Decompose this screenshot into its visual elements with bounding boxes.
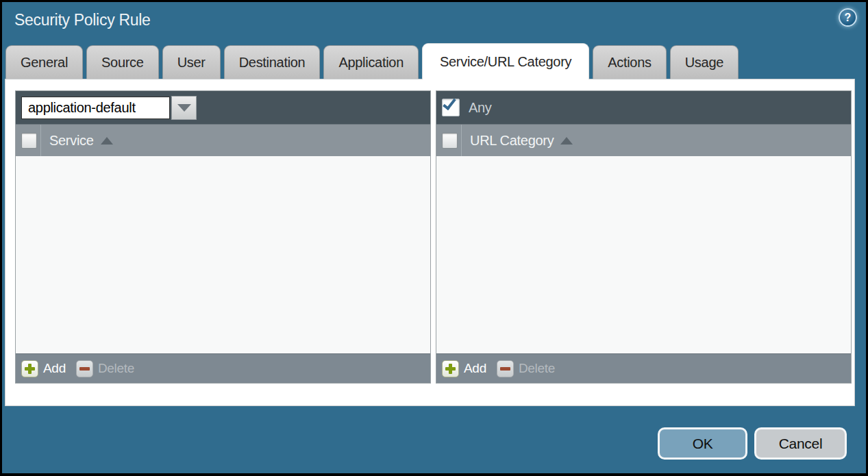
plus-icon xyxy=(21,360,38,377)
minus-icon xyxy=(76,360,93,377)
service-column-header[interactable]: Service xyxy=(49,133,113,149)
any-label: Any xyxy=(469,100,492,116)
url-category-any-bar: Any xyxy=(436,91,851,124)
security-policy-rule-dialog: Security Policy Rule ? General Source Us… xyxy=(2,2,866,473)
tab-destination[interactable]: Destination xyxy=(224,45,321,79)
sort-ascending-icon xyxy=(101,137,113,145)
service-table-header: Service xyxy=(16,124,430,156)
url-category-select-all-cell xyxy=(436,125,462,156)
url-category-column-label: URL Category xyxy=(470,133,554,149)
url-category-select-all-checkbox[interactable] xyxy=(442,133,458,149)
sort-ascending-icon xyxy=(560,137,573,145)
tab-content-area: application-default Service xyxy=(5,79,855,406)
service-list xyxy=(16,156,430,353)
tab-service-url-category[interactable]: Service/URL Category xyxy=(422,43,589,79)
service-type-dropdown-button[interactable] xyxy=(171,96,197,120)
any-checkbox[interactable] xyxy=(442,99,460,116)
url-category-list xyxy=(436,156,851,353)
plus-icon xyxy=(442,360,459,377)
tab-user[interactable]: User xyxy=(162,45,221,79)
service-panel: application-default Service xyxy=(15,90,431,384)
dialog-title: Security Policy Rule xyxy=(14,11,151,29)
tab-usage[interactable]: Usage xyxy=(670,45,739,79)
url-category-column-header[interactable]: URL Category xyxy=(470,133,573,149)
service-delete-button[interactable]: Delete xyxy=(76,360,134,377)
service-type-value[interactable]: application-default xyxy=(21,97,170,119)
chevron-down-icon xyxy=(177,104,191,112)
tab-application[interactable]: Application xyxy=(323,45,419,79)
service-add-button[interactable]: Add xyxy=(21,360,66,377)
url-category-table-header: URL Category xyxy=(436,124,851,156)
url-category-panel: Any URL Category Add Delete xyxy=(436,90,852,384)
service-select-all-checkbox[interactable] xyxy=(21,133,37,149)
ok-button[interactable]: OK xyxy=(658,427,747,460)
url-category-add-button[interactable]: Add xyxy=(442,360,486,377)
tab-actions[interactable]: Actions xyxy=(593,45,667,79)
service-column-label: Service xyxy=(49,133,94,149)
help-icon[interactable]: ? xyxy=(839,8,857,27)
service-type-bar: application-default xyxy=(16,91,430,124)
cancel-button[interactable]: Cancel xyxy=(754,427,847,460)
tab-general[interactable]: General xyxy=(5,45,83,79)
check-icon xyxy=(443,96,456,110)
url-category-delete-button[interactable]: Delete xyxy=(497,360,555,377)
minus-icon xyxy=(497,360,514,377)
service-toolbar: Add Delete xyxy=(16,353,430,383)
url-category-toolbar: Add Delete xyxy=(436,353,851,383)
service-select-all-cell xyxy=(16,125,41,156)
tab-source[interactable]: Source xyxy=(86,45,159,79)
service-type-combobox: application-default xyxy=(21,96,197,120)
tab-bar: General Source User Destination Applicat… xyxy=(5,43,739,79)
